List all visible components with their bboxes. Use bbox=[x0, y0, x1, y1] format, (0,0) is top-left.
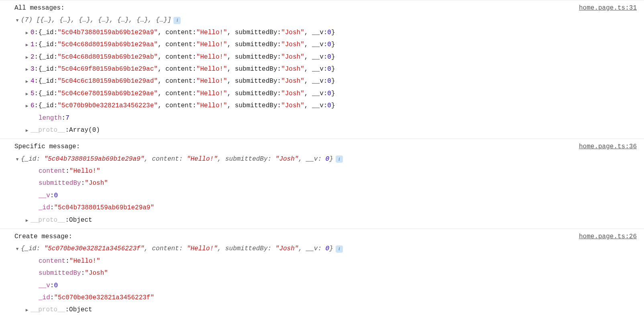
array-item-row[interactable]: ▶6: {_id: "5c070b9b0e32821a3456223e", co… bbox=[0, 100, 644, 112]
disclosure-triangle-right-icon[interactable]: ▶ bbox=[24, 306, 30, 315]
array-item-row[interactable]: ▶5: {_id: "5c04c6e780159ab69b1e29ae", co… bbox=[0, 88, 644, 100]
log-group-create-message: home.page.ts:26 Create message: ▼ {_id: … bbox=[0, 229, 644, 319]
length-key: length bbox=[39, 112, 62, 124]
prop-row: __v: 0 bbox=[0, 280, 644, 292]
array-item-row[interactable]: ▶4: {_id: "5c04c6c180159ab69b1e29ad", co… bbox=[0, 75, 644, 87]
object-summary: {_id: "5c070be30e32821a3456223f", conten… bbox=[21, 243, 333, 255]
disclosure-triangle-down-icon[interactable]: ▼ bbox=[14, 155, 20, 164]
proto-key: __proto__ bbox=[31, 304, 65, 316]
length-value: 7 bbox=[65, 112, 69, 124]
array-index: 1 bbox=[31, 39, 35, 51]
proto-row[interactable]: ▶ __proto__: Object bbox=[0, 214, 644, 226]
object-summary: {_id: "5c04b73880159ab69b1e29a9", conten… bbox=[21, 153, 333, 165]
array-item-row[interactable]: ▶0: {_id: "5c04b73880159ab69b1e29a9", co… bbox=[0, 27, 644, 39]
disclosure-triangle-right-icon[interactable]: ▶ bbox=[24, 78, 30, 86]
array-index: 6 bbox=[31, 100, 35, 112]
prop-row: content: "Hello!" bbox=[0, 255, 644, 267]
proto-row[interactable]: ▶ __proto__: Object bbox=[0, 304, 644, 316]
disclosure-triangle-right-icon[interactable]: ▶ bbox=[24, 65, 30, 74]
disclosure-triangle-right-icon[interactable]: ▶ bbox=[24, 102, 30, 110]
log-label-row: All messages: bbox=[0, 2, 644, 14]
log-label: Create message: bbox=[14, 231, 72, 243]
array-index: 5 bbox=[31, 88, 35, 100]
info-icon[interactable]: i bbox=[173, 17, 181, 24]
disclosure-triangle-down-icon[interactable]: ▼ bbox=[14, 16, 20, 25]
disclosure-triangle-down-icon[interactable]: ▼ bbox=[14, 245, 20, 253]
prop-row: __v: 0 bbox=[0, 190, 644, 202]
log-label: All messages: bbox=[14, 2, 65, 14]
log-label-row: Specific message: bbox=[0, 141, 644, 153]
proto-value: Array(0) bbox=[69, 124, 100, 136]
disclosure-triangle-right-icon[interactable]: ▶ bbox=[24, 41, 30, 49]
disclosure-triangle-right-icon[interactable]: ▶ bbox=[24, 29, 30, 37]
log-label-row: Create message: bbox=[0, 231, 644, 243]
source-link[interactable]: home.page.ts:36 bbox=[579, 141, 637, 153]
prop-row: submittedBy: "Josh" bbox=[0, 267, 644, 279]
array-index: 3 bbox=[31, 63, 35, 75]
object-summary-row[interactable]: ▼ {_id: "5c070be30e32821a3456223f", cont… bbox=[0, 243, 644, 255]
proto-key: __proto__ bbox=[31, 214, 65, 226]
info-icon[interactable]: i bbox=[336, 245, 343, 253]
array-item-row[interactable]: ▶2: {_id: "5c04c68d80159ab69b1e29ab", co… bbox=[0, 51, 644, 63]
log-group-all-messages: home.page.ts:31 All messages: ▼ (7) [{…}… bbox=[0, 0, 644, 139]
info-icon[interactable]: i bbox=[336, 155, 343, 163]
array-item-row[interactable]: ▶3: {_id: "5c04c69f80159ab69b1e29ac", co… bbox=[0, 63, 644, 75]
source-link[interactable]: home.page.ts:31 bbox=[579, 2, 637, 14]
array-summary: (7) [{…}, {…}, {…}, {…}, {…}, {…}, {…}] bbox=[21, 14, 171, 26]
prop-row: _id: "5c04b73880159ab69b1e29a9" bbox=[0, 202, 644, 214]
array-index: 0 bbox=[31, 27, 35, 39]
proto-value: Object bbox=[69, 304, 92, 316]
array-index: 2 bbox=[31, 51, 35, 63]
disclosure-triangle-right-icon[interactable]: ▶ bbox=[24, 217, 30, 225]
disclosure-triangle-right-icon[interactable]: ▶ bbox=[24, 127, 30, 135]
array-item-row[interactable]: ▶1: {_id: "5c04c68d80159ab69b1e29aa", co… bbox=[0, 39, 644, 51]
proto-value: Object bbox=[69, 214, 92, 226]
prop-row: content: "Hello!" bbox=[0, 165, 644, 177]
proto-key: __proto__ bbox=[31, 124, 65, 136]
source-link[interactable]: home.page.ts:26 bbox=[579, 231, 637, 243]
object-summary-row[interactable]: ▼ {_id: "5c04b73880159ab69b1e29a9", cont… bbox=[0, 153, 644, 165]
disclosure-triangle-right-icon[interactable]: ▶ bbox=[24, 53, 30, 62]
prop-row: _id: "5c070be30e32821a3456223f" bbox=[0, 292, 644, 304]
disclosure-triangle-right-icon[interactable]: ▶ bbox=[24, 90, 30, 98]
array-index: 4 bbox=[31, 75, 35, 87]
log-label: Specific message: bbox=[14, 141, 80, 153]
array-summary-row[interactable]: ▼ (7) [{…}, {…}, {…}, {…}, {…}, {…}, {…}… bbox=[0, 14, 644, 26]
log-group-specific-message: home.page.ts:36 Specific message: ▼ {_id… bbox=[0, 139, 644, 229]
prop-row: submittedBy: "Josh" bbox=[0, 177, 644, 189]
array-length-row: length: 7 bbox=[0, 112, 644, 124]
proto-row[interactable]: ▶ __proto__: Array(0) bbox=[0, 124, 644, 136]
